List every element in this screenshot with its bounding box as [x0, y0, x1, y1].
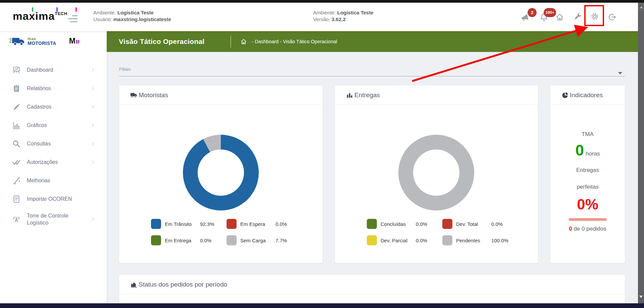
ambiente2-label: Ambiente: — [313, 10, 336, 15]
antenna-tower-icon — [12, 215, 21, 224]
logo-green-tick — [32, 7, 33, 12]
legend-label: Sem Carga — [240, 238, 276, 243]
tma-unit: horas — [586, 150, 600, 157]
dropdown-caret-icon[interactable] — [618, 72, 622, 74]
percent-progress-bar — [569, 218, 607, 221]
legend-item: Dev. Parcial 0.0% — [367, 235, 442, 245]
legend-item: Dev. Total 0.0% — [442, 219, 518, 229]
entregas-legend: Concluídas 0.0% Dev. Total 0.0% Dev. Par… — [367, 219, 514, 245]
sidebar-item-dashboard[interactable]: Dashboard — [0, 61, 107, 79]
sidebar-label: Torre de Controle Logístico — [27, 212, 81, 226]
sidebar-item-consultas[interactable]: Consultas — [0, 134, 107, 153]
scroll-up-button[interactable] — [638, 4, 644, 10]
environment-info: Ambiente: Logística Teste Usuário: maxst… — [93, 9, 171, 23]
status-card-header: Status dos pedidos por período — [119, 275, 625, 294]
chevron-right-icon — [90, 160, 94, 164]
legend-value: 0.0% — [200, 238, 211, 243]
legend-swatch — [367, 219, 377, 229]
sidebar-label: Autorizações — [27, 159, 81, 166]
chevron-right-icon — [90, 123, 94, 127]
legend-item: Concluídas 0.0% — [367, 219, 442, 229]
tma-value-row: 0horas — [550, 141, 625, 159]
indicadores-card-header: Indicadores — [550, 85, 625, 105]
brand-word: maxima — [13, 10, 55, 22]
ambiente-label: Ambiente: — [93, 10, 116, 15]
document-icon — [12, 195, 21, 203]
mini-logo-m: M — [69, 37, 76, 45]
entregas-title: Entregas — [354, 91, 380, 99]
legend-swatch — [442, 219, 452, 229]
sidebar-item-graficos[interactable]: Gráficos — [0, 116, 107, 134]
entregas-card-header: Entregas — [335, 85, 538, 105]
legend-item: Em Entrega 0.0% — [151, 235, 227, 245]
legend-label: Dev. Total — [456, 221, 491, 227]
legend-item: Pendentes 100.0% — [442, 235, 518, 245]
legend-swatch — [367, 235, 377, 245]
ambiente2-value: Logística Teste — [337, 10, 374, 15]
breadcrumb: - Dashboard - Visão Tático Operacional — [252, 39, 337, 44]
usuario-label: Usuário: — [93, 16, 112, 22]
vertical-scrollbar[interactable] — [638, 3, 644, 303]
tma-label: TMA — [550, 131, 625, 138]
sidebar-item-cadastros[interactable]: Cadastros — [0, 98, 107, 116]
indicadores-title: Indicadores — [570, 91, 603, 99]
max-motorista-logo: max MOTORISTA M — [9, 36, 97, 50]
legend-value: 0.0% — [416, 221, 427, 227]
titlebar-separator — [231, 36, 231, 48]
legend-item: Em Trânsito 92.3% — [151, 219, 227, 229]
legend-value: 7.7% — [276, 238, 287, 243]
motoristas-card: Motoristas Em Trânsito 92.3% Em Espera 0… — [119, 85, 323, 263]
window-top-strip — [0, 0, 644, 3]
legend-item: Em Espera 0.0% — [227, 219, 302, 229]
sidebar-label: Dashboard — [27, 66, 81, 73]
chevron-right-icon — [90, 105, 94, 109]
sidebar-label: Melhorias — [27, 177, 81, 184]
versao-value: 3.62.2 — [332, 16, 346, 22]
tma-value: 0 — [575, 141, 584, 159]
legend-item: Sem Carga 7.7% — [227, 235, 302, 245]
sidebar-menu: Dashboard Relatórios Cadastros — [0, 61, 107, 230]
entregas-perfeitas-line1: Entregas — [550, 167, 625, 174]
donut-hole — [198, 149, 244, 196]
sidebar-label: Consultas — [27, 140, 81, 147]
sidebar-item-autorizacoes[interactable]: Autorizações — [0, 153, 107, 171]
legend-label: Em Entrega — [165, 238, 200, 243]
versao-label: Versão: — [313, 16, 330, 22]
sidebar-item-relatorios[interactable]: Relatórios — [0, 79, 107, 98]
sidebar-item-melhorias[interactable]: Melhorias — [0, 171, 107, 190]
entregas-donut-chart — [398, 135, 474, 210]
truck-logo-icon — [9, 36, 26, 47]
scroll-down-arrow-icon — [639, 296, 643, 298]
sidebar-item-importar-ocoren[interactable]: Importar OCOREN — [0, 190, 107, 208]
logo-indigo-tick — [56, 7, 58, 12]
pedidos-text: de 0 pedidos — [572, 226, 606, 232]
dashboard-chart-icon — [12, 66, 21, 74]
legend-value: 0.0% — [276, 221, 287, 227]
brand-sub: TECH — [55, 11, 67, 16]
legend-value: 0.0% — [491, 221, 503, 227]
legend-label: Em Trânsito — [165, 221, 200, 227]
legend-value: 100.0% — [491, 238, 508, 243]
perfect-deliveries-percent: 0% — [550, 196, 625, 213]
hamburger-menu-icon[interactable] — [68, 15, 78, 24]
home-icon[interactable] — [555, 13, 564, 21]
legend-swatch — [227, 219, 237, 229]
entregas-perfeitas-line2: perfeitas — [550, 184, 625, 190]
logout-icon[interactable] — [608, 13, 617, 21]
alerts-badge: 2 — [528, 8, 537, 17]
filiais-select[interactable]: Filiais — [119, 67, 625, 76]
pie-chart-icon — [561, 91, 569, 99]
scroll-up-arrow-icon — [640, 6, 643, 8]
sidebar: max MOTORISTA M Dashboard Relatórios — [0, 31, 107, 303]
scroll-down-button[interactable] — [638, 294, 644, 300]
legend-label: Dev. Parcial — [381, 238, 416, 243]
area-chart-icon — [130, 281, 138, 288]
sidebar-item-torre-controle[interactable]: Torre de Controle Logístico — [0, 208, 107, 230]
page-titlebar: Visão Tático Operacional - Dashboard - V… — [107, 31, 638, 52]
clipboard-icon — [12, 84, 21, 93]
status-title: Status dos pedidos por período — [139, 281, 227, 288]
wrench-icon[interactable] — [574, 12, 582, 21]
sidebar-label: Gráficos — [27, 122, 81, 129]
breadcrumb-home-icon[interactable] — [240, 38, 247, 45]
pedidos-count: 0 — [569, 226, 572, 232]
